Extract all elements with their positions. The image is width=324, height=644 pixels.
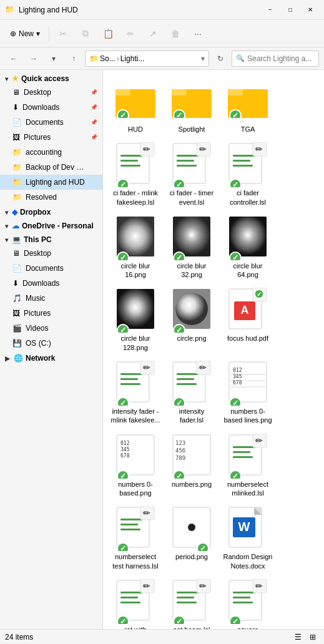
sidebar-item-desktop-pc[interactable]: 🖥 Desktop — [0, 246, 102, 261]
this-pc-header[interactable]: ▾ 💻 This PC — [0, 233, 102, 246]
this-pc-label: This PC — [24, 235, 52, 244]
svg-rect-52 — [117, 289, 154, 329]
list-item[interactable]: ✏ ✓ ci fader controller.lsl — [220, 139, 275, 210]
list-item[interactable]: ✏ ✓ square cursor.lsl — [220, 575, 275, 629]
network-header[interactable]: ▶ 🌐 Network — [0, 352, 102, 364]
maximize-button[interactable]: □ — [282, 4, 299, 16]
list-item[interactable]: ✏ ✓ rot with keyframes.lsl — [108, 575, 163, 629]
grid-view-button[interactable]: ⊞ — [307, 631, 319, 643]
svg-rect-111 — [233, 446, 255, 448]
new-button[interactable]: ⊕ New ▾ — [5, 24, 45, 44]
svg-rect-1 — [115, 89, 130, 95]
rename-button[interactable]: ✏ — [120, 24, 140, 44]
recent-locations-button[interactable]: ▾ — [45, 50, 62, 67]
breadcrumb-part2: Lighti... — [120, 54, 145, 63]
list-item[interactable]: ✏ ✓ ci fader - timer event.lsl — [164, 139, 219, 210]
back-button[interactable]: ← — [5, 50, 22, 67]
file-thumbnail: ✏ ✓ — [169, 579, 214, 624]
list-item[interactable]: ✏ ✓ ci fader - mlink fakesleep.lsl — [108, 139, 163, 210]
up-button[interactable]: ↑ — [65, 50, 82, 67]
list-item[interactable]: ✏ ✓ numberselect test harness.lsl — [108, 502, 163, 574]
list-item[interactable]: ✓ circle blur 32.png — [164, 212, 219, 283]
search-box[interactable]: 🔍 — [232, 51, 319, 67]
share-button[interactable]: ↗ — [143, 24, 163, 44]
list-item[interactable]: 123 456 789 ✓ numbers.png — [164, 430, 219, 502]
sidebar-item-accounting[interactable]: 📁 accounting — [0, 145, 102, 160]
sidebar-item-videos[interactable]: 🎬 Videos — [0, 321, 102, 336]
sidebar-item-documents-pc[interactable]: 📄 Documents — [0, 261, 102, 276]
sidebar-item-pictures-quick[interactable]: 🖼 Pictures 📌 — [0, 130, 102, 145]
paste-button[interactable]: 📋 — [98, 24, 118, 44]
list-item[interactable]: ✏ ✓ intensity fader.lsl — [164, 357, 219, 429]
list-item[interactable]: W Random Design Notes.docx — [220, 502, 275, 574]
list-item[interactable]: ✓ TGA — [220, 75, 275, 137]
sidebar-item-documents-quick[interactable]: 📄 Documents 📌 — [0, 115, 102, 130]
forward-button[interactable]: → — [25, 50, 42, 67]
svg-rect-160 — [233, 592, 255, 593]
svg-text:✏: ✏ — [199, 581, 207, 591]
svg-text:✏: ✏ — [255, 144, 263, 154]
svg-text:✓: ✓ — [232, 180, 238, 187]
sidebar-item-drive-c[interactable]: 💾 OS (C:) — [0, 336, 102, 351]
svg-text:✓: ✓ — [120, 472, 126, 479]
list-view-button[interactable]: ☰ — [292, 631, 304, 643]
sidebar-item-music[interactable]: 🎵 Music — [0, 291, 102, 306]
svg-text:✏: ✏ — [143, 581, 150, 591]
cut-button[interactable]: ✂ — [53, 24, 73, 44]
sidebar-item-label: Documents — [26, 264, 64, 273]
sidebar-item-lighting-hud[interactable]: 📁 Lighting and HUD — [0, 175, 102, 190]
more-button[interactable]: ··· — [188, 24, 208, 44]
file-thumbnail: ✓ — [169, 288, 214, 333]
svg-rect-113 — [233, 456, 253, 458]
list-item[interactable]: ✓ circle blur 16.png — [108, 212, 163, 283]
quick-access-section: ▾ ★ Quick access 🖥 Desktop 📌 ⬇ Downloads… — [0, 72, 102, 205]
search-input[interactable] — [247, 54, 315, 63]
file-name: circle blur 16.png — [110, 261, 160, 280]
file-thumbnail: ✏ ✓ — [113, 142, 158, 187]
sidebar-item-desktop-quick[interactable]: 🖥 Desktop 📌 — [0, 85, 102, 100]
file-name: Spotlight — [179, 125, 205, 134]
sidebar-item-downloads-pc[interactable]: ⬇ Downloads — [0, 276, 102, 291]
svg-text:✓: ✓ — [232, 399, 238, 406]
sidebar-item-label: Pictures — [24, 133, 51, 142]
svg-text:123: 123 — [175, 440, 185, 446]
quick-access-header[interactable]: ▾ ★ Quick access — [0, 72, 102, 85]
svg-text:012: 012 — [233, 368, 242, 373]
file-thumbnail: ✏ ✓ — [225, 434, 270, 479]
onedrive-header[interactable]: ▾ ☁ OneDrive - Personal — [0, 220, 102, 232]
svg-text:678: 678 — [120, 453, 130, 459]
list-item[interactable]: ✓ Spotlight — [164, 75, 219, 137]
list-item[interactable]: ✓ period.png — [164, 502, 219, 574]
list-item[interactable]: ✏ ✓ intensity fader - mlink fakeslee... — [108, 357, 163, 429]
sidebar-item-backup[interactable]: 📁 Backup of Dev insta... — [0, 160, 102, 175]
svg-text:✓: ✓ — [176, 253, 182, 260]
svg-rect-161 — [233, 597, 250, 598]
list-item[interactable]: ✓ circle blur 128.png — [108, 284, 163, 356]
list-item[interactable]: ✏ ✓ set beam.lsl — [164, 575, 219, 629]
list-item[interactable]: A ✓ focus hud.pdf — [220, 284, 275, 356]
list-item[interactable]: 012 345 678 ✓ numbers 0-based lines.png — [220, 357, 275, 429]
list-item[interactable]: 012 345 678 ✓ numbers 0-based.png — [108, 430, 163, 502]
svg-text:✏: ✏ — [143, 144, 150, 154]
list-item[interactable]: ✓ circle blur 64.png — [220, 212, 275, 283]
copy-button[interactable]: ⧉ — [76, 24, 96, 44]
sidebar-item-label: Resolved — [26, 193, 57, 202]
sidebar-item-resolved[interactable]: 📁 Resolved — [0, 190, 102, 205]
breadcrumb-chevron: ▾ — [201, 54, 205, 63]
list-item[interactable]: ✓ circle.png — [164, 284, 219, 356]
sidebar-item-label: Pictures — [24, 309, 51, 318]
delete-button[interactable]: 🗑 — [165, 24, 185, 44]
dropbox-header[interactable]: ▾ ◆ Dropbox — [0, 206, 102, 218]
sidebar-item-downloads-quick[interactable]: ⬇ Downloads 📌 — [0, 100, 102, 115]
breadcrumb[interactable]: 📁 So... › Lighti... ▾ — [85, 51, 209, 67]
close-button[interactable]: ✕ — [302, 4, 319, 16]
svg-text:✓: ✓ — [120, 111, 126, 118]
refresh-button[interactable]: ↻ — [212, 50, 229, 67]
svg-rect-142 — [120, 602, 140, 603]
onedrive-label: OneDrive - Personal — [22, 222, 94, 230]
sidebar-item-pictures-pc[interactable]: 🖼 Pictures — [0, 306, 102, 321]
list-item[interactable]: ✏ ✓ numberselect mlinked.lsl — [220, 430, 275, 502]
file-name: Random Design Notes.docx — [223, 552, 273, 570]
minimize-button[interactable]: − — [262, 4, 279, 16]
list-item[interactable]: ✓ HUD — [108, 75, 163, 137]
